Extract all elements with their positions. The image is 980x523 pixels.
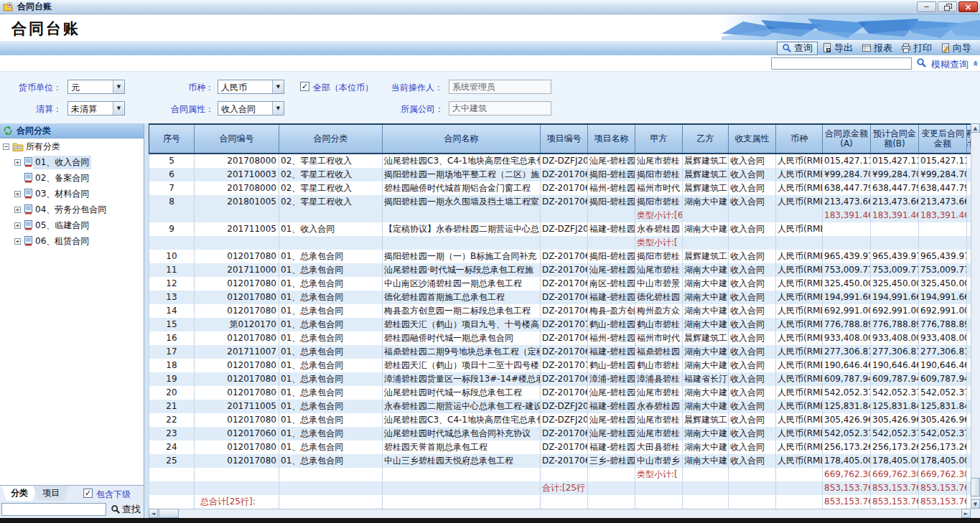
vertical-scrollbar[interactable]	[971, 123, 980, 509]
column-header[interactable]: 序号	[149, 125, 195, 153]
table-cell	[383, 236, 541, 250]
tree-expander-icon[interactable]: −	[3, 143, 9, 150]
table-row[interactable]: 1801201708001、总承包合同碧桂园天汇（鹤山）项目十二至十四号楼DZ-…	[149, 359, 971, 372]
column-header[interactable]: 合同分类	[279, 125, 383, 153]
table-cell	[195, 468, 279, 481]
tree-item-label[interactable]: 02、备案合同	[33, 171, 91, 185]
chevron-down-icon[interactable]: ▼	[272, 102, 284, 115]
quick-search-input[interactable]	[771, 57, 912, 70]
find-button[interactable]: 查找	[111, 503, 141, 516]
summary-row[interactable]: 类型小计:[	[149, 236, 971, 250]
table-row[interactable]: 520170800002、零星工程收入汕尾碧桂园C3、C4-1地块高层住宅总承包…	[149, 154, 971, 168]
table-cell: 揭阳碧桂园一期场地平整工程（二区）施	[383, 168, 541, 182]
column-header[interactable]: 合同名称	[383, 125, 541, 153]
table-row[interactable]: 620171000302、零星工程收入揭阳碧桂园一期场地平整工程（二区）施DZ-…	[149, 168, 971, 182]
wizard-button[interactable]: 向导	[936, 42, 976, 55]
chevron-down-icon[interactable]: ▼	[113, 80, 124, 93]
collapse-chevron-icon[interactable]: «	[970, 60, 980, 66]
report-button[interactable]: 报表	[857, 42, 897, 55]
table-row[interactable]: 2501201708001、总承包合同中山三乡碧桂园天悦府总承包工程DZ-201…	[149, 454, 971, 468]
tree-item[interactable]: +05、临建合同	[0, 217, 144, 233]
table-row[interactable]: 720170800002、零星工程收入碧桂园融侨时代城首期铝合金门窗工程DZ-2…	[149, 182, 971, 195]
summary-row[interactable]: 合计:[25行853,153.76853,153.76853,153.76	[149, 481, 971, 495]
currency-select[interactable]: 人民币 ▼	[218, 80, 284, 94]
column-header[interactable]: 收支属性	[729, 125, 776, 153]
table-row[interactable]: 1601201708001、总承包合同碧桂园融侨时代城一期总承包合同DZ-201…	[149, 331, 971, 345]
include-sub-checkbox[interactable]: ✓	[83, 489, 93, 498]
tab-分类[interactable]: 分类	[1, 486, 37, 501]
summary-row[interactable]: 类型小计:[6183,391.46183,391.46183,391.46	[149, 209, 971, 222]
currency-unit-select[interactable]: 元 ▼	[67, 80, 125, 94]
table-row[interactable]: 2401201708001、总承包合同碧桂园天誉首期总承包工程DZ-201706…	[149, 440, 971, 454]
table-row[interactable]: 2201201708001、总承包合同汕尾碧桂园C3、C4-1地块高层住宅总承包…	[149, 413, 971, 427]
scroll-left-button[interactable]: ◄	[149, 509, 158, 518]
tree-expander-icon[interactable]: +	[14, 222, 21, 229]
restore-button[interactable]	[938, 1, 957, 12]
tree-expander-icon[interactable]: +	[14, 238, 21, 245]
table-row[interactable]: 1401201708001、总承包合同梅县盈方创意园一期二标段总承包工程DZ-2…	[149, 304, 971, 318]
table-row[interactable]: 1301201708001、总承包合同德化碧桂园首期施工总承包工程DZ-2017…	[149, 291, 971, 304]
print-button[interactable]: 打印	[897, 42, 936, 55]
table-row[interactable]: 1001201708001、总承包合同揭阳碧桂园一期（一）B标施工合同补充DZ-…	[149, 250, 971, 263]
settlement-select[interactable]: 未清算 ▼	[67, 101, 125, 116]
chevron-down-icon[interactable]: ▼	[113, 102, 124, 115]
include-sub-label[interactable]: 包含下级	[96, 489, 131, 501]
tree-item-label[interactable]: 03、材料合同	[33, 187, 91, 201]
tree-expander-icon[interactable]: +	[14, 159, 21, 166]
tab-项目[interactable]: 项目	[33, 486, 69, 501]
tree-expander-icon[interactable]: +	[14, 191, 21, 197]
export-button[interactable]: 导出	[818, 42, 857, 55]
table-cell: 305,426.96	[871, 413, 919, 427]
table-cell: 揭阳-碧桂园	[588, 168, 635, 182]
tree-item[interactable]: +04、劳务分包合同	[0, 202, 144, 217]
scroll-right-button[interactable]: ►	[961, 509, 971, 518]
minimize-button[interactable]: ─	[917, 1, 936, 12]
table-row[interactable]: 920171100501、收入合同【定稿协议】永春碧桂园二期营运中心总DZ-DZ…	[149, 222, 971, 236]
vertical-scroll-thumb[interactable]	[971, 478, 980, 496]
contract-attr-select[interactable]: 收入合同 ▼	[218, 101, 284, 116]
table-row[interactable]: 1201201708001、总承包合同中山南区沙涌碧桂园一期总承包工程DZ-20…	[149, 277, 971, 291]
column-header[interactable]: 合同原金额(A)	[823, 125, 871, 153]
fuzzy-search-button[interactable]: 模糊查询	[931, 58, 969, 71]
scroll-down-button[interactable]: ▼	[971, 499, 980, 509]
tree-item[interactable]: +01、收入合同	[0, 154, 144, 170]
refresh-icon[interactable]	[4, 126, 12, 135]
column-header[interactable]: 项目编号	[541, 125, 588, 153]
close-button[interactable]: ×	[958, 1, 978, 12]
scroll-up-button[interactable]: ▲	[971, 123, 980, 133]
tree-item[interactable]: 02、备案合同	[0, 170, 144, 186]
tree-item[interactable]: −所有分类	[0, 138, 144, 154]
table-row[interactable]: 2001201708001、总承包合同汕尾碧桂园时代城一标段总承包工程DZ-20…	[149, 386, 971, 400]
table-row[interactable]: 1120171100001、总承包合同汕尾碧桂园·时代城一标段总承包工程施DZ-…	[149, 263, 971, 277]
column-header[interactable]: 甲方	[635, 125, 683, 153]
tree-item-label[interactable]: 01、收入合同	[33, 156, 91, 169]
tree-search-input[interactable]	[1, 503, 106, 516]
table-row[interactable]: 820180100502、零星工程收入揭阳碧桂园一期永久围墙及挡土墙工程室DZ-…	[149, 195, 971, 209]
table-row[interactable]: 2301201706001、总承包合同汕尾碧桂园时代城总承包合同补充协议DZ-2…	[149, 427, 971, 440]
tree-item[interactable]: +06、租赁合同	[0, 233, 144, 249]
table-row[interactable]: 1901201708001、总承包合同漳浦碧桂园货量区一标段13#-14#楼总承…	[149, 372, 971, 386]
column-header[interactable]: 币种	[776, 125, 823, 153]
table-row[interactable]: 2120171100501、总承包合同永春碧桂园二期营运中心总承包工程-建设DZ…	[149, 400, 971, 413]
query-button[interactable]: 查询	[777, 42, 818, 55]
all-base-currency-checkbox[interactable]: ✓	[300, 82, 309, 91]
tree-item-label[interactable]: 05、临建合同	[33, 219, 91, 232]
column-header[interactable]: 变更后合同金额	[919, 125, 967, 153]
tree-expander-icon[interactable]: +	[14, 207, 21, 213]
tree-item-label[interactable]: 所有分类	[24, 140, 62, 154]
horizontal-scrollbar[interactable]	[149, 509, 971, 518]
tree-item[interactable]: +03、材料合同	[0, 186, 144, 202]
all-base-currency-label[interactable]: 全部（本位币）	[313, 82, 373, 94]
summary-row[interactable]: 类型小计:[669,762.30669,762.30669,762.30	[149, 468, 971, 481]
tree-item-label[interactable]: 06、租赁合同	[33, 235, 91, 248]
summary-row[interactable]: 总合计[25行]:853,153.76853,153.76853,153.76	[149, 495, 971, 509]
table-row[interactable]: 1720171100701、总承包合同福鼎碧桂园二期9号地块总承包工程（定稿DZ…	[149, 345, 971, 359]
tree-item-label[interactable]: 04、劳务分包合同	[33, 203, 108, 217]
column-header[interactable]: 项目名称	[588, 125, 635, 153]
table-row[interactable]: 15第012017001、总承包合同碧桂园天汇（鹤山）项目九号、十号楼高DZ-2…	[149, 318, 971, 331]
column-header[interactable]: 合同编号	[195, 125, 279, 153]
column-header[interactable]: 乙方	[683, 125, 729, 153]
chevron-down-icon[interactable]: ▼	[272, 80, 284, 93]
column-header[interactable]: 预计合同金额(B)	[871, 125, 919, 153]
horizontal-scroll-thumb[interactable]	[159, 509, 179, 518]
